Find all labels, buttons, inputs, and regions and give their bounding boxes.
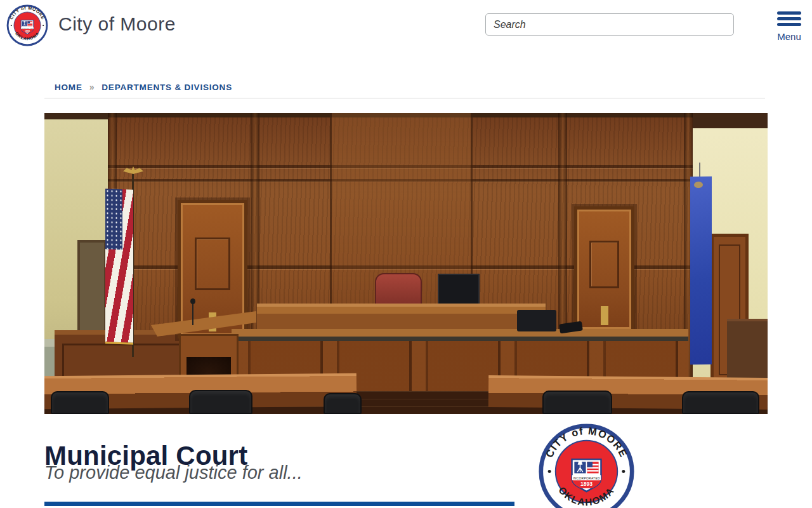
office-chair [51, 391, 109, 414]
page-tagline: To provide equal justice for all... [44, 462, 303, 483]
hero-image-courtroom: CITY OF MOORE MUNICIPAL COURT [44, 113, 768, 414]
seal-incorporated-text: INCORPORATED [573, 477, 600, 480]
seal-incorporated-text: INCORPORATED [22, 27, 34, 29]
office-chair [682, 391, 759, 414]
site-header: CITY of MOORE OKLAHOMA INCORPORATED 1893… [0, 0, 812, 51]
office-chair [542, 391, 612, 414]
menu-label: Menu [775, 31, 803, 42]
hamburger-icon [777, 11, 801, 29]
seal-year-text: 1893 [25, 30, 30, 32]
menu-button[interactable]: Menu [775, 11, 803, 42]
microphone [192, 304, 193, 325]
right-wainscot [727, 319, 768, 378]
breadcrumb: HOME » DEPARTMENTS & DIVISIONS [55, 82, 232, 92]
accent-bar [44, 502, 514, 506]
breadcrumb-link-home[interactable]: HOME [55, 83, 82, 92]
city-seal-large: CITY of MOORE OKLAHOMA INCORPORATED 1893 [538, 423, 635, 508]
seal-year-text: 1893 [580, 481, 593, 487]
us-flag [105, 189, 133, 345]
search-input[interactable] [485, 13, 734, 36]
breadcrumb-link-departments[interactable]: DEPARTMENTS & DIVISIONS [102, 83, 232, 92]
judge-chair [375, 273, 422, 307]
site-title: City of Moore [58, 13, 176, 35]
breadcrumb-separator: » [89, 82, 95, 92]
courtroom-door-right [574, 206, 634, 332]
page: CITY of MOORE OKLAHOMA INCORPORATED 1893… [0, 0, 812, 508]
oklahoma-flag [690, 177, 712, 365]
breadcrumb-divider [44, 98, 765, 98]
office-chair [189, 390, 252, 414]
office-chair [324, 393, 362, 414]
left-crown-molding [44, 113, 108, 119]
left-wall-doorway [77, 240, 107, 345]
city-seal-logo: CITY of MOORE OKLAHOMA INCORPORATED 1893 [6, 4, 48, 46]
clerk-monitors [517, 310, 556, 331]
right-crown-molding [693, 113, 768, 128]
bench-monitor [438, 274, 480, 305]
